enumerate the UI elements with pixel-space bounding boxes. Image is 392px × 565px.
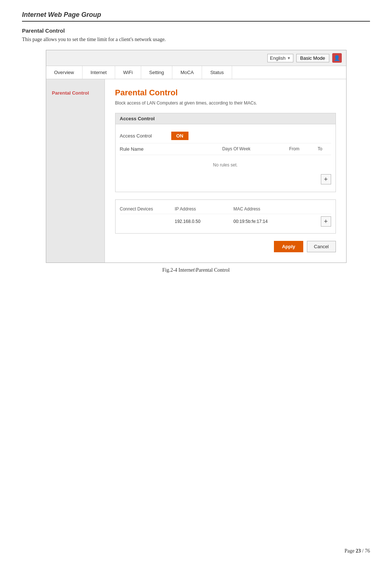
page-number-prefix: Page: [344, 548, 356, 554]
cancel-button[interactable]: Cancel: [307, 241, 336, 252]
devices-table: Connect Devices IP Address MAC Address 1…: [120, 204, 331, 229]
devices-table-header: Connect Devices IP Address MAC Address: [120, 204, 331, 214]
page-number: Page 23 / 76: [344, 548, 370, 554]
dropdown-arrow-icon: ▼: [287, 56, 291, 60]
th-to: To: [309, 146, 331, 152]
access-control-label: Access Control: [120, 133, 171, 139]
page-number-separator: /: [361, 548, 365, 554]
content-description: Block access of LAN Computers at given t…: [115, 100, 336, 106]
router-content: Parental Control Parental Control Block …: [46, 79, 346, 263]
user-icon: 👤: [332, 53, 342, 63]
section-title: Parental Control: [22, 27, 370, 34]
nav-tab-moca[interactable]: MoCA: [172, 66, 202, 79]
router-main-content: Parental Control Block access of LAN Com…: [105, 79, 346, 263]
th-from: From: [280, 146, 309, 152]
apply-button[interactable]: Apply: [274, 241, 303, 252]
page-number-total: 76: [365, 548, 370, 554]
th-days-of-week: Days Of Week: [193, 146, 280, 152]
th-rule-name: Rule Name: [120, 146, 193, 152]
access-control-on-button[interactable]: ON: [171, 132, 189, 140]
page-title: Internet Web Page Group: [22, 11, 370, 19]
col-header-ip: IP Address: [175, 206, 234, 212]
col-header-mac: MAC Address: [234, 206, 331, 212]
router-sidebar: Parental Control: [46, 79, 105, 263]
nav-tab-status[interactable]: Status: [202, 66, 232, 79]
col-header-device: Connect Devices: [120, 206, 175, 212]
access-control-section: Access Control Access Control ON Rule Na…: [115, 113, 336, 192]
basic-mode-button[interactable]: Basic Mode: [296, 54, 329, 62]
section-description: This page allows you to set the time lim…: [22, 37, 370, 43]
page-number-current: 23: [356, 548, 361, 554]
nav-tab-internet[interactable]: Internet: [83, 66, 115, 79]
access-control-body: Access Control ON Rule Name Days Of Week…: [116, 124, 336, 192]
connected-devices-section: Connect Devices IP Address MAC Address 1…: [115, 199, 336, 234]
page-header: Internet Web Page Group: [22, 11, 370, 22]
sidebar-item-parental-control[interactable]: Parental Control: [46, 87, 105, 99]
router-nav: Overview Internet WiFi Setting MoCA Stat…: [46, 66, 346, 79]
add-device-button[interactable]: +: [321, 216, 331, 227]
nav-tab-overview[interactable]: Overview: [46, 66, 83, 79]
access-control-header: Access Control: [116, 113, 336, 124]
access-control-row: Access Control ON: [120, 129, 331, 143]
device-mac-cell: 00:19:5b:fe:17:14: [234, 219, 321, 224]
nav-tab-setting[interactable]: Setting: [141, 66, 172, 79]
table-row: 192.168.0.50 00:19:5b:fe:17:14 +: [120, 214, 331, 229]
add-rule-button-container: +: [120, 171, 331, 187]
language-selector[interactable]: English ▼: [267, 54, 293, 62]
rule-table-headers: Rule Name Days Of Week From To: [120, 143, 331, 155]
language-label: English: [270, 55, 286, 61]
device-ip-cell: 192.168.0.50: [175, 219, 234, 224]
add-rule-button[interactable]: +: [321, 174, 331, 184]
devices-body: Connect Devices IP Address MAC Address 1…: [116, 200, 336, 233]
content-title: Parental Control: [115, 88, 336, 98]
figure-caption: Fig.2-4 Internet\Parental Control: [22, 267, 370, 273]
nav-tab-wifi[interactable]: WiFi: [115, 66, 141, 79]
no-rules-text: No rules set.: [120, 155, 331, 171]
router-topbar: English ▼ Basic Mode 👤: [46, 50, 346, 66]
router-ui-mockup: English ▼ Basic Mode 👤 Overview Internet…: [46, 50, 347, 263]
action-buttons: Apply Cancel: [115, 241, 336, 252]
